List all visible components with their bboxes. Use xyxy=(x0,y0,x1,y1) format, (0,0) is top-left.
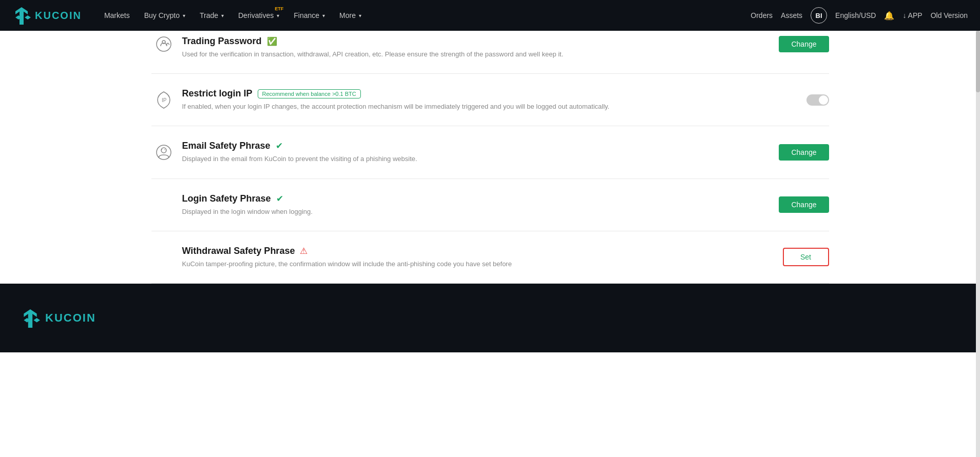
nav-item-buy-crypto[interactable]: Buy Crypto ▾ xyxy=(138,7,191,24)
svg-point-4 xyxy=(161,148,166,153)
restrict-login-ip-badge: Recommend when balance >0.1 BTC xyxy=(258,89,361,98)
login-safety-phrase-action: Change xyxy=(766,196,829,213)
footer-kucoin-logo-icon xyxy=(21,308,40,328)
scrollbar-thumb[interactable] xyxy=(976,31,980,92)
nav-logo-text: KUCOIN xyxy=(35,10,82,22)
trading-password-icon xyxy=(151,36,176,52)
restrict-login-ip-info: Restrict login IP Recommend when balance… xyxy=(176,88,794,111)
email-safety-phrase-title: Email Safety Phrase xyxy=(182,141,271,151)
withdrawal-safety-phrase-title: Withdrawal Safety Phrase xyxy=(182,246,295,256)
footer: KUCOIN xyxy=(0,284,980,352)
email-safety-phrase-change-button[interactable]: Change xyxy=(779,144,829,161)
chevron-down-icon: ▾ xyxy=(322,13,325,18)
nav-language[interactable]: English/USD xyxy=(835,11,876,19)
nav-logo[interactable]: KUCOIN xyxy=(12,6,82,25)
nav-right: Orders Assets BI English/USD 🔔 ↓ APP Old… xyxy=(751,7,968,24)
nav-item-finance[interactable]: Finance ▾ xyxy=(287,7,331,24)
restrict-login-ip-section: IP Restrict login IP Recommend when bala… xyxy=(151,74,829,126)
restrict-login-ip-action xyxy=(794,94,829,106)
nav-items: Markets Buy Crypto ▾ Trade ▾ ETF Derivat… xyxy=(98,7,751,24)
login-safety-phrase-title: Login Safety Phrase xyxy=(182,193,271,204)
etf-badge: ETF xyxy=(275,6,283,11)
avatar[interactable]: BI xyxy=(811,7,827,24)
withdrawal-safety-phrase-section: Withdrawal Safety Phrase ⚠ KuCoin tamper… xyxy=(151,231,829,284)
chevron-down-icon: ▾ xyxy=(277,13,279,18)
nav-assets[interactable]: Assets xyxy=(781,11,802,19)
withdrawal-safety-phrase-info: Withdrawal Safety Phrase ⚠ KuCoin tamper… xyxy=(176,246,771,269)
scrollbar[interactable] xyxy=(976,31,980,457)
nav-item-markets[interactable]: Markets xyxy=(98,7,136,24)
nav-item-more[interactable]: More ▾ xyxy=(333,7,368,24)
email-safety-phrase-info: Email Safety Phrase ✔ Displayed in the e… xyxy=(176,141,767,164)
trading-password-verified: ✅ xyxy=(267,36,277,46)
kucoin-logo-icon xyxy=(12,6,31,25)
restrict-login-ip-icon: IP xyxy=(151,91,176,109)
restrict-login-ip-desc: If enabled, when your login IP changes, … xyxy=(182,102,794,111)
nav-item-trade[interactable]: Trade ▾ xyxy=(194,7,230,24)
restrict-login-ip-toggle[interactable] xyxy=(806,94,829,106)
login-safety-phrase-change-button[interactable]: Change xyxy=(779,196,829,213)
chevron-down-icon: ▾ xyxy=(359,13,361,18)
trading-password-action: Change xyxy=(766,36,829,52)
email-safety-phrase-verified: ✔ xyxy=(276,141,283,151)
withdrawal-safety-phrase-desc: KuCoin tamper-proofing picture, the conf… xyxy=(182,260,771,269)
login-safety-phrase-info: Login Safety Phrase ✔ Displayed in the l… xyxy=(176,193,767,216)
svg-text:IP: IP xyxy=(162,97,167,103)
footer-logo-text: KUCOIN xyxy=(45,311,96,325)
login-safety-phrase-desc: Displayed in the login window when loggi… xyxy=(182,207,767,216)
warning-icon: ⚠ xyxy=(300,246,308,256)
email-safety-phrase-icon xyxy=(151,144,176,161)
restrict-login-ip-title: Restrict login IP xyxy=(182,88,253,99)
trading-password-desc: Used for the verification in transaction… xyxy=(182,50,767,59)
nav-old-version[interactable]: Old Version xyxy=(931,11,968,19)
navbar: KUCOIN Markets Buy Crypto ▾ Trade ▾ ETF … xyxy=(0,0,980,31)
nav-orders[interactable]: Orders xyxy=(751,11,773,19)
trading-password-change-button[interactable]: Change xyxy=(779,36,829,52)
nav-app[interactable]: ↓ APP xyxy=(902,11,922,19)
chevron-down-icon: ▾ xyxy=(221,13,224,18)
login-safety-phrase-verified: ✔ xyxy=(276,193,283,204)
trading-password-section: Trading Password ✅ Used for the verifica… xyxy=(151,31,829,74)
footer-logo: KUCOIN xyxy=(21,308,959,328)
email-safety-phrase-desc: Displayed in the email from KuCoin to pr… xyxy=(182,154,767,164)
email-safety-phrase-action: Change xyxy=(766,144,829,161)
email-safety-phrase-section: Email Safety Phrase ✔ Displayed in the e… xyxy=(151,126,829,178)
trading-password-title: Trading Password xyxy=(182,36,262,47)
login-safety-phrase-section: Login Safety Phrase ✔ Displayed in the l… xyxy=(151,179,829,231)
main-content: Trading Password ✅ Used for the verifica… xyxy=(0,31,980,457)
nav-item-derivatives[interactable]: ETF Derivatives ▾ xyxy=(232,7,285,24)
chevron-down-icon: ▾ xyxy=(183,13,185,18)
withdrawal-safety-phrase-action: Set xyxy=(771,248,829,266)
withdrawal-safety-phrase-set-button[interactable]: Set xyxy=(783,248,829,266)
trading-password-info: Trading Password ✅ Used for the verifica… xyxy=(176,36,767,59)
settings-container: Trading Password ✅ Used for the verifica… xyxy=(131,31,850,284)
bell-icon[interactable]: 🔔 xyxy=(884,11,894,21)
